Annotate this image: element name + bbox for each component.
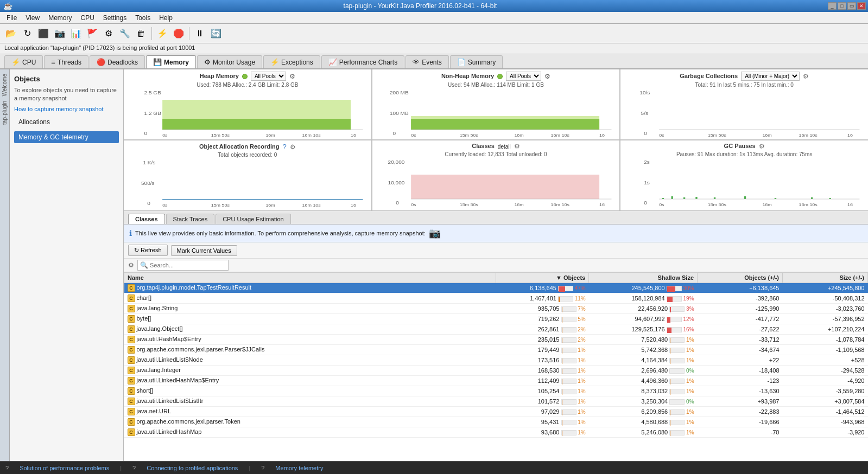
title-bar: ☕ tap-plugin - YourKit Java Profiler 201… bbox=[0, 0, 868, 12]
sidebar-item-memory-gc[interactable]: Memory & GC telemetry bbox=[14, 131, 119, 143]
menu-view[interactable]: View bbox=[21, 13, 44, 23]
table-row[interactable]: Cjava.util.LinkedHashMap$Entry112,409 1%… bbox=[124, 376, 868, 386]
svg-text:16m 10s: 16m 10s bbox=[799, 132, 818, 137]
tab-stack-traces[interactable]: Stack Traces bbox=[166, 214, 215, 224]
cell-shallow: 4,580,688 1% bbox=[589, 417, 698, 427]
table-row[interactable]: Cjava.lang.Object[]262,861 2%129,525,176… bbox=[124, 324, 868, 335]
table-gear-icon[interactable]: ⚙ bbox=[128, 261, 134, 269]
toolbar-alloc-button[interactable]: 📊 bbox=[68, 26, 84, 41]
toolbar-reset-button[interactable]: 🔄 bbox=[208, 26, 224, 41]
cell-obj-delta: +22 bbox=[698, 355, 783, 366]
class-name: java.util.LinkedHashMap$Entry bbox=[137, 377, 219, 383]
cell-name: Cjava.util.LinkedHashMap bbox=[124, 427, 496, 438]
search-input[interactable] bbox=[150, 262, 226, 268]
table-row[interactable]: Corg.apache.commons.jexl.parser.Token95,… bbox=[124, 417, 868, 427]
cell-name: Corg.apache.commons.jexl.parser.Token bbox=[124, 417, 496, 427]
menu-memory[interactable]: Memory bbox=[44, 13, 76, 23]
toolbar-snapshot-button[interactable]: 📷 bbox=[52, 26, 67, 41]
obj-alloc-help-icon[interactable]: ? bbox=[282, 143, 286, 151]
non-heap-pool-select[interactable]: All Pools bbox=[506, 72, 541, 81]
toolbar-config-button[interactable]: 🔧 bbox=[117, 26, 132, 41]
menu-tools[interactable]: Tools bbox=[131, 13, 155, 23]
gc-settings-icon[interactable]: ⚙ bbox=[803, 73, 809, 80]
refresh-button[interactable]: ↻ Refresh bbox=[128, 245, 168, 256]
table-row[interactable]: Corg.apache.commons.jexl.parser.Parser$J… bbox=[124, 345, 868, 355]
toolbar-open-button[interactable]: 📂 bbox=[3, 26, 18, 41]
heap-pool-select[interactable]: All Pools bbox=[251, 72, 286, 81]
table-row[interactable]: Corg.tap4j.plugin.model.TapTestResultRes… bbox=[124, 283, 868, 293]
footer-link-performance[interactable]: Solution of performance problems bbox=[20, 465, 109, 471]
sidebar-item-allocations[interactable]: Allocations bbox=[14, 116, 119, 128]
cell-shallow: 4,164,384 1% bbox=[589, 355, 698, 366]
restore-button[interactable]: □ bbox=[838, 2, 846, 10]
toolbar-cpu-profile-button[interactable]: ⚡ bbox=[155, 26, 170, 41]
table-row[interactable]: Cjava.lang.Integer168,530 1%2,696,480 0%… bbox=[124, 366, 868, 376]
gc-filter-select[interactable]: All (Minor + Major) bbox=[741, 72, 800, 81]
camera-icon[interactable]: 📷 bbox=[429, 227, 441, 239]
table-row[interactable]: Cbyte[]719,262 5%94,607,992 12%-417,772-… bbox=[124, 314, 868, 324]
tab-cpu-usage[interactable]: CPU Usage Estimation bbox=[216, 214, 291, 224]
maximize-button[interactable]: ▭ bbox=[847, 2, 856, 10]
col-size-delta[interactable]: Size (+/-) bbox=[783, 273, 868, 283]
menu-cpu[interactable]: CPU bbox=[76, 13, 98, 23]
mark-current-values-button[interactable]: Mark Current Values bbox=[171, 245, 237, 256]
welcome-strip-label[interactable]: Welcome bbox=[2, 74, 8, 97]
footer-link-telemetry[interactable]: Memory telemetry bbox=[275, 465, 323, 471]
tab-events[interactable]: 👁 Events bbox=[406, 55, 449, 68]
footer-link-connecting[interactable]: Connecting to profiled applications bbox=[147, 465, 238, 471]
table-row[interactable]: Cjava.util.HashMap$Entry235,015 2%7,520,… bbox=[124, 335, 868, 345]
tab-deadlocks[interactable]: 🔴 Deadlocks bbox=[90, 55, 145, 68]
minimize-button[interactable]: _ bbox=[828, 2, 837, 10]
col-name[interactable]: Name bbox=[124, 273, 496, 283]
plugin-strip-label[interactable]: tap-plugin bbox=[2, 101, 8, 125]
tab-perf-charts[interactable]: 📈 Performance Charts bbox=[321, 55, 404, 68]
toolbar-stop-cpu-button[interactable]: 🛑 bbox=[171, 26, 186, 41]
class-icon: C bbox=[128, 408, 135, 415]
heap-settings-icon[interactable]: ⚙ bbox=[289, 73, 295, 80]
table-row[interactable]: Cjava.lang.String935,705 7%22,456,920 3%… bbox=[124, 304, 868, 314]
col-obj-delta[interactable]: Objects (+/-) bbox=[698, 273, 783, 283]
cell-shallow: 7,520,480 1% bbox=[589, 335, 698, 345]
tab-cpu[interactable]: ⚡ CPU bbox=[4, 55, 43, 68]
menu-help[interactable]: Help bbox=[155, 13, 177, 23]
obj-alloc-settings-icon[interactable]: ⚙ bbox=[290, 143, 296, 151]
table-row[interactable]: Cjava.util.LinkedList$Node173,516 1%4,16… bbox=[124, 355, 868, 366]
tab-memory[interactable]: 💾 Memory bbox=[146, 55, 196, 68]
table-row[interactable]: Cjava.util.LinkedHashMap93,680 1%5,246,0… bbox=[124, 427, 868, 438]
toolbar-stop-button[interactable]: ⬛ bbox=[36, 26, 51, 41]
sidebar-memory-gc-label: Memory & GC telemetry bbox=[18, 133, 88, 141]
gc-pauses-settings-icon[interactable]: ⚙ bbox=[759, 143, 765, 150]
toolbar-delete-button[interactable]: 🗑 bbox=[134, 26, 149, 41]
table-row[interactable]: Cjava.net.URL97,029 1%6,209,856 1%-22,88… bbox=[124, 407, 868, 417]
classes-settings-icon[interactable]: ⚙ bbox=[514, 143, 520, 150]
col-objects[interactable]: ▼ Objects bbox=[496, 273, 589, 283]
non-heap-settings-icon[interactable]: ⚙ bbox=[544, 73, 550, 80]
toolbar-pause-button[interactable]: ⏸ bbox=[192, 26, 207, 41]
toolbar-mark-button[interactable]: 🚩 bbox=[85, 26, 100, 41]
menu-file[interactable]: File bbox=[2, 13, 21, 23]
tab-classes[interactable]: Classes bbox=[128, 214, 165, 224]
col-shallow[interactable]: Shallow Size bbox=[589, 273, 698, 283]
table-scroll[interactable]: Name ▼ Objects Shallow Size Objects (+/-… bbox=[124, 272, 868, 461]
sidebar-how-to-link[interactable]: How to capture memory snapshot bbox=[14, 106, 103, 112]
tab-threads[interactable]: ≡ Threads bbox=[44, 55, 88, 68]
tab-monitor[interactable]: ⚙ Monitor Usage bbox=[197, 55, 262, 68]
class-name: java.lang.Object[] bbox=[137, 325, 183, 332]
tab-classes-label: Classes bbox=[135, 216, 158, 222]
toolbar-refresh-button[interactable]: ↻ bbox=[20, 26, 35, 41]
svg-marker-15 bbox=[411, 119, 599, 130]
non-heap-stats: Used: 94 MB Alloc.: 114 MB Limit: 1 GB bbox=[375, 82, 618, 88]
toolbar-settings-button[interactable]: ⚙ bbox=[101, 26, 116, 41]
close-button[interactable]: ✕ bbox=[857, 2, 866, 10]
non-heap-memory-chart: Non-Heap Memory All Pools ⚙ Used: 94 MB … bbox=[372, 69, 620, 139]
tab-exceptions[interactable]: ⚡ Exceptions bbox=[263, 55, 320, 68]
classes-detail-link[interactable]: detail bbox=[498, 144, 511, 150]
table-row[interactable]: Cjava.util.LinkedList$ListItr101,572 1%3… bbox=[124, 396, 868, 407]
tab-summary[interactable]: 📄 Summary bbox=[450, 55, 503, 68]
table-row[interactable]: Cshort[]105,254 1%8,373,032 1%-13,630-3,… bbox=[124, 386, 868, 396]
table-row[interactable]: Cchar[]1,467,481 11%158,120,984 19%-392,… bbox=[124, 293, 868, 304]
svg-text:16: 16 bbox=[847, 202, 853, 207]
menu-settings[interactable]: Settings bbox=[99, 13, 131, 23]
svg-text:16m: 16m bbox=[265, 202, 275, 207]
search-box[interactable]: 🔍 bbox=[137, 260, 229, 271]
